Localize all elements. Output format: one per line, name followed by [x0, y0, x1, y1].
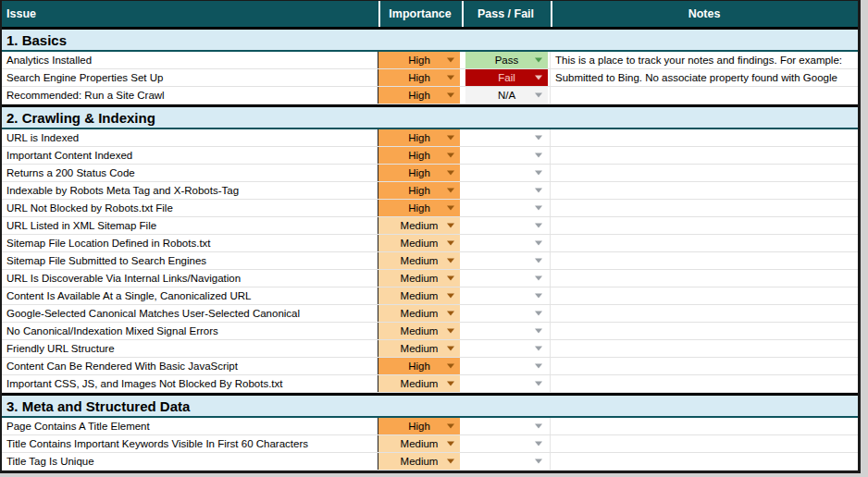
section-row[interactable]: 2. Crawling & Indexing: [2, 104, 858, 129]
notes-cell[interactable]: [551, 375, 858, 392]
issue-cell[interactable]: Page Contains A Title Element: [2, 418, 378, 434]
dropdown-arrow-icon[interactable]: [447, 93, 454, 98]
issue-cell[interactable]: Returns a 200 Status Code: [2, 165, 378, 181]
importance-dropdown[interactable]: Medium: [378, 323, 462, 339]
importance-dropdown[interactable]: High: [378, 358, 462, 374]
importance-dropdown[interactable]: Medium: [378, 375, 462, 392]
importance-dropdown[interactable]: High: [378, 200, 462, 216]
notes-cell[interactable]: [551, 217, 858, 234]
dropdown-arrow-icon[interactable]: [535, 364, 542, 369]
dropdown-arrow-icon[interactable]: [447, 76, 454, 80]
passfail-dropdown[interactable]: [465, 165, 548, 181]
notes-cell[interactable]: [551, 165, 858, 181]
passfail-dropdown[interactable]: N/A: [465, 87, 548, 104]
dropdown-arrow-icon[interactable]: [535, 206, 542, 211]
column-header-notes[interactable]: Notes: [551, 1, 858, 27]
dropdown-arrow-icon[interactable]: [535, 347, 542, 351]
notes-cell[interactable]: [551, 435, 858, 452]
column-header-issue[interactable]: Issue: [2, 1, 378, 27]
importance-dropdown[interactable]: Medium: [378, 435, 462, 452]
importance-dropdown[interactable]: High: [378, 129, 462, 146]
importance-dropdown[interactable]: Medium: [378, 217, 462, 234]
importance-dropdown[interactable]: Medium: [378, 287, 462, 304]
issue-cell[interactable]: Sitemap File Submitted to Search Engines: [2, 252, 378, 269]
dropdown-arrow-icon[interactable]: [535, 312, 542, 316]
dropdown-arrow-icon[interactable]: [447, 206, 454, 211]
dropdown-arrow-icon[interactable]: [447, 347, 454, 351]
dropdown-arrow-icon[interactable]: [447, 189, 454, 193]
notes-cell[interactable]: [551, 453, 858, 470]
notes-cell[interactable]: [551, 147, 858, 164]
notes-cell[interactable]: [551, 287, 858, 304]
section-row[interactable]: 1. Basics: [2, 27, 858, 52]
dropdown-arrow-icon[interactable]: [447, 259, 454, 263]
notes-cell[interactable]: [551, 323, 858, 339]
dropdown-arrow-icon[interactable]: [447, 241, 454, 246]
dropdown-arrow-icon[interactable]: [535, 241, 542, 246]
dropdown-arrow-icon[interactable]: [447, 153, 454, 158]
passfail-dropdown[interactable]: [465, 418, 548, 434]
issue-cell[interactable]: Title Contains Important Keywords Visibl…: [2, 435, 378, 452]
issue-cell[interactable]: Title Tag Is Unique: [2, 453, 378, 470]
passfail-dropdown[interactable]: [465, 129, 548, 146]
issue-cell[interactable]: Analytics Installed: [2, 52, 378, 68]
dropdown-arrow-icon[interactable]: [447, 329, 454, 334]
issue-cell[interactable]: Important CSS, JS, and Images Not Blocke…: [2, 375, 378, 392]
issue-cell[interactable]: No Canonical/Indexation Mixed Signal Err…: [2, 323, 378, 339]
dropdown-arrow-icon[interactable]: [535, 382, 542, 386]
passfail-dropdown[interactable]: [465, 453, 548, 470]
notes-cell[interactable]: [551, 418, 858, 434]
dropdown-arrow-icon[interactable]: [535, 459, 542, 464]
issue-cell[interactable]: URL Listed in XML Sitemap File: [2, 217, 378, 234]
notes-cell[interactable]: [551, 87, 858, 104]
dropdown-arrow-icon[interactable]: [535, 424, 542, 429]
dropdown-arrow-icon[interactable]: [447, 294, 454, 299]
dropdown-arrow-icon[interactable]: [535, 136, 542, 141]
importance-dropdown[interactable]: High: [378, 182, 462, 199]
dropdown-arrow-icon[interactable]: [535, 58, 542, 63]
importance-dropdown[interactable]: High: [378, 418, 462, 434]
dropdown-arrow-icon[interactable]: [535, 224, 542, 228]
issue-cell[interactable]: Friendly URL Structure: [2, 340, 378, 357]
importance-dropdown[interactable]: Medium: [378, 252, 462, 269]
issue-cell[interactable]: Content Can Be Rendered With Basic JavaS…: [2, 358, 378, 374]
passfail-dropdown[interactable]: [465, 217, 548, 234]
column-header-importance[interactable]: Importance: [378, 1, 462, 27]
notes-cell[interactable]: [551, 200, 858, 216]
notes-cell[interactable]: [551, 235, 858, 251]
dropdown-arrow-icon[interactable]: [535, 276, 542, 281]
dropdown-arrow-icon[interactable]: [447, 382, 454, 386]
passfail-dropdown[interactable]: Fail: [465, 69, 548, 86]
dropdown-arrow-icon[interactable]: [447, 459, 454, 464]
passfail-dropdown[interactable]: [465, 252, 548, 269]
dropdown-arrow-icon[interactable]: [535, 76, 542, 80]
dropdown-arrow-icon[interactable]: [447, 276, 454, 281]
issue-cell[interactable]: URL Is Discoverable Via Internal Links/N…: [2, 270, 378, 287]
passfail-dropdown[interactable]: [465, 147, 548, 164]
dropdown-arrow-icon[interactable]: [535, 153, 542, 158]
passfail-dropdown[interactable]: [465, 323, 548, 339]
notes-cell[interactable]: This is a place to track your notes and …: [551, 52, 858, 68]
issue-cell[interactable]: Search Engine Properties Set Up: [2, 69, 378, 86]
dropdown-arrow-icon[interactable]: [447, 171, 454, 176]
passfail-dropdown[interactable]: [465, 305, 548, 322]
dropdown-arrow-icon[interactable]: [447, 312, 454, 316]
issue-cell[interactable]: Sitemap File Location Defined in Robots.…: [2, 235, 378, 251]
section-row[interactable]: 3. Meta and Structured Data: [2, 393, 858, 418]
dropdown-arrow-icon[interactable]: [447, 424, 454, 429]
notes-cell[interactable]: Submitted to Bing. No associate property…: [551, 69, 858, 86]
issue-cell[interactable]: Google-Selected Canonical Matches User-S…: [2, 305, 378, 322]
passfail-dropdown[interactable]: [465, 270, 548, 287]
notes-cell[interactable]: [551, 358, 858, 374]
passfail-dropdown[interactable]: [465, 287, 548, 304]
importance-dropdown[interactable]: High: [378, 69, 462, 86]
notes-cell[interactable]: [551, 340, 858, 357]
notes-cell[interactable]: [551, 129, 858, 146]
passfail-dropdown[interactable]: Pass: [465, 52, 548, 68]
issue-cell[interactable]: URL Not Blocked by Robots.txt File: [2, 200, 378, 216]
dropdown-arrow-icon[interactable]: [535, 259, 542, 263]
issue-cell[interactable]: URL is Indexed: [2, 129, 378, 146]
importance-dropdown[interactable]: Medium: [378, 453, 462, 470]
dropdown-arrow-icon[interactable]: [447, 224, 454, 228]
dropdown-arrow-icon[interactable]: [447, 442, 454, 446]
